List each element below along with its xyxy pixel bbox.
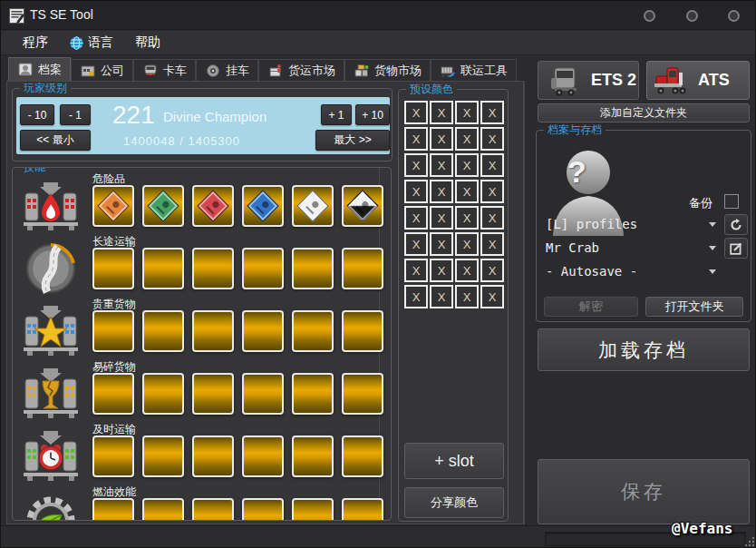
level-min-button[interactable]: << 最小	[20, 130, 91, 151]
skill-slot-button[interactable]	[192, 498, 234, 521]
skill-slot-button[interactable]	[142, 373, 184, 415]
preset-color-button[interactable]: X	[480, 127, 504, 151]
skill-slot-button[interactable]	[92, 373, 134, 415]
refresh-button[interactable]	[724, 214, 748, 235]
preset-color-button[interactable]: X	[455, 180, 479, 203]
tab-company[interactable]: 公司	[71, 59, 133, 81]
preset-color-button[interactable]: X	[404, 180, 428, 203]
skill-slot-button[interactable]	[292, 248, 334, 289]
close-button[interactable]	[728, 10, 740, 22]
level-plus-10-button[interactable]: + 10	[355, 104, 390, 125]
skill-slot-button[interactable]	[142, 185, 184, 227]
skill-slot-button[interactable]	[192, 248, 234, 289]
preset-color-button[interactable]: X	[480, 206, 504, 230]
ets2-button[interactable]: ETS 2	[538, 61, 639, 100]
preset-color-button[interactable]: X	[404, 232, 428, 256]
minimize-button[interactable]	[644, 10, 655, 22]
skill-slot-button[interactable]	[292, 185, 334, 227]
skill-slot-button[interactable]	[242, 310, 284, 352]
preset-color-button[interactable]: X	[404, 101, 428, 124]
skill-slot-button[interactable]	[342, 435, 383, 477]
preset-color-button[interactable]: X	[480, 101, 504, 124]
open-folder-button[interactable]: 打开文件夹	[645, 297, 743, 317]
level-minus-1-button[interactable]: - 1	[60, 104, 91, 125]
preset-color-button[interactable]: X	[430, 101, 453, 124]
preset-color-button[interactable]: X	[430, 206, 453, 230]
level-plus-1-button[interactable]: + 1	[321, 104, 352, 125]
preset-color-button[interactable]: X	[404, 153, 428, 177]
level-minus-10-button[interactable]: - 10	[20, 104, 54, 125]
skill-slot-button[interactable]	[192, 310, 234, 352]
preset-color-button[interactable]: X	[480, 153, 504, 177]
tab-freight-market[interactable]: 货运市场	[258, 59, 344, 81]
ats-button[interactable]: ATS	[646, 61, 750, 100]
preset-color-button[interactable]: X	[404, 259, 428, 282]
menu-help[interactable]: 帮助	[126, 32, 170, 54]
skill-slot-button[interactable]	[92, 248, 134, 289]
backup-checkbox[interactable]	[724, 194, 739, 209]
preset-color-button[interactable]: X	[455, 101, 479, 124]
add-slot-button[interactable]: + slot	[404, 443, 504, 479]
skill-slot-button[interactable]	[192, 373, 234, 415]
preset-color-button[interactable]: X	[430, 180, 453, 203]
preset-color-button[interactable]: X	[480, 285, 504, 308]
save-button[interactable]: 保存	[538, 459, 750, 524]
skill-slot-button[interactable]	[292, 310, 334, 352]
preset-color-button[interactable]: X	[455, 127, 479, 151]
skill-slot-button[interactable]	[342, 373, 383, 415]
tab-trailer[interactable]: 挂车	[196, 59, 258, 81]
preset-color-button[interactable]: X	[430, 285, 453, 308]
profile-name-dropdown[interactable]: Mr Crab	[546, 239, 723, 257]
skill-slot-button[interactable]	[242, 185, 284, 227]
skill-slot-button[interactable]	[292, 498, 334, 521]
skill-slot-button[interactable]	[142, 498, 184, 521]
preset-color-button[interactable]: X	[430, 153, 453, 177]
skill-slot-button[interactable]	[92, 498, 134, 521]
preset-color-button[interactable]: X	[404, 127, 428, 151]
preset-color-button[interactable]: X	[455, 206, 479, 230]
skill-slot-button[interactable]	[92, 435, 134, 477]
skill-slot-button[interactable]	[342, 185, 383, 227]
menu-program[interactable]: 程序	[14, 32, 57, 54]
tab-intermodal[interactable]: 联运工具	[431, 59, 517, 81]
skill-slot-button[interactable]	[242, 435, 284, 477]
skill-slot-button[interactable]	[142, 310, 184, 352]
tab-profile[interactable]: 档案	[8, 57, 71, 81]
skill-slot-button[interactable]	[342, 310, 383, 352]
add-custom-folder-button[interactable]: 添加自定义文件夹	[538, 103, 750, 122]
resize-grip[interactable]	[744, 536, 755, 547]
level-max-button[interactable]: 最大 >>	[315, 130, 390, 151]
skill-slot-button[interactable]	[242, 248, 284, 289]
maximize-button[interactable]	[686, 10, 698, 22]
skill-slot-button[interactable]	[192, 185, 234, 227]
skill-slot-button[interactable]	[142, 435, 184, 477]
skill-slot-button[interactable]	[242, 373, 284, 415]
profiles-dropdown[interactable]: [L] profiles	[546, 215, 723, 233]
skill-slot-button[interactable]	[142, 248, 184, 289]
preset-color-button[interactable]: X	[404, 206, 428, 230]
skill-slot-button[interactable]	[292, 373, 334, 415]
preset-color-button[interactable]: X	[455, 153, 479, 177]
skill-slot-button[interactable]	[342, 498, 383, 521]
edit-button[interactable]	[724, 238, 748, 259]
preset-color-button[interactable]: X	[455, 232, 479, 256]
preset-color-button[interactable]: X	[430, 232, 453, 256]
preset-color-button[interactable]: X	[430, 259, 453, 282]
preset-color-button[interactable]: X	[430, 127, 453, 151]
autosave-dropdown[interactable]: - Autosave -	[546, 262, 723, 280]
preset-color-button[interactable]: X	[480, 180, 504, 203]
menu-language[interactable]: 语言	[61, 32, 122, 54]
skill-slot-button[interactable]	[292, 435, 334, 477]
share-colors-button[interactable]: 分享颜色	[404, 487, 504, 518]
decrypt-button[interactable]: 解密	[544, 297, 638, 317]
skill-slot-button[interactable]	[342, 248, 383, 289]
preset-color-button[interactable]: X	[404, 285, 428, 308]
tab-cargo-market[interactable]: 货物市场	[344, 59, 431, 81]
skill-slot-button[interactable]	[92, 185, 134, 227]
tab-truck[interactable]: 卡车	[133, 59, 196, 81]
skill-slot-button[interactable]	[242, 498, 284, 521]
skill-slot-button[interactable]	[192, 435, 234, 477]
preset-color-button[interactable]: X	[455, 259, 479, 282]
load-save-button[interactable]: 加载存档	[538, 328, 750, 371]
skill-slot-button[interactable]	[92, 310, 134, 352]
